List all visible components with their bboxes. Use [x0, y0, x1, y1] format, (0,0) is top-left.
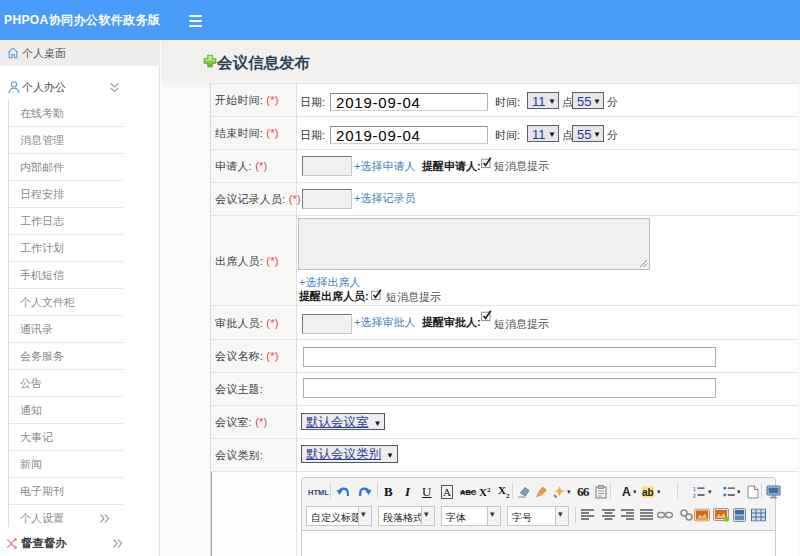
- svg-text:1: 1: [693, 486, 696, 491]
- svg-text:2: 2: [693, 493, 696, 498]
